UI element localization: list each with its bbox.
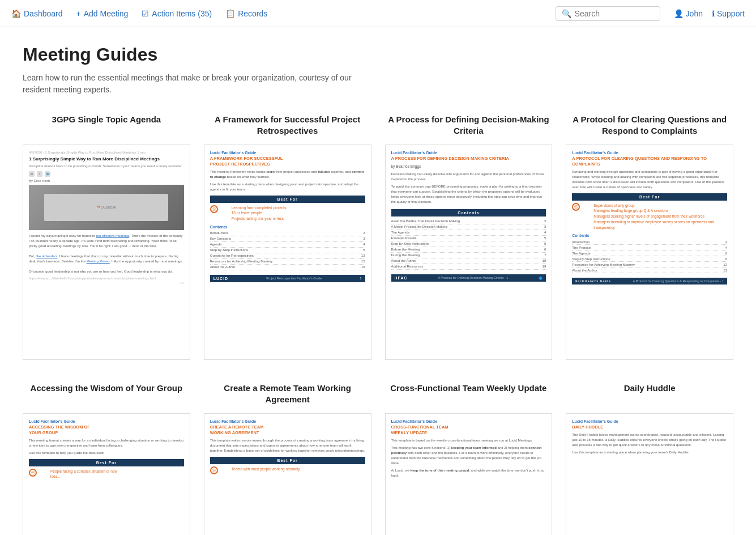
guide-title-daily-huddle: Daily Huddle bbox=[566, 383, 733, 407]
nav-dashboard[interactable]: 🏠 Dashboard bbox=[11, 9, 63, 18]
main-content: Meeting Guides Learn how to run the esse… bbox=[0, 27, 756, 535]
guide-card-decision-making[interactable]: A Process for Defining Decision-Making C… bbox=[385, 114, 553, 360]
guide-thumbnail-wisdom[interactable]: Lucid Facilitator's Guide ACCESSING THE … bbox=[23, 413, 190, 535]
user-icon: 👤 bbox=[674, 9, 684, 18]
guide-thumbnail-remote[interactable]: Lucid Facilitator's Guide CREATE A REMOT… bbox=[204, 413, 371, 535]
guide-card-retrospectives[interactable]: A Framework for Successful Project Retro… bbox=[204, 114, 371, 360]
guides-grid-row1: 3GPG Single Topic Agenda 4/4/2020 · 1 Su… bbox=[23, 114, 733, 360]
guide-card-remote[interactable]: Create a Remote Team Working Agreement L… bbox=[204, 383, 371, 535]
search-icon: 🔍 bbox=[562, 9, 571, 18]
checkbox-icon: ☑ bbox=[142, 9, 149, 18]
guide-card-protocol[interactable]: A Protocol for Clearing Questions and Re… bbox=[566, 114, 733, 360]
guide-thumbnail-protocol[interactable]: Lucid Facilitator's Guide A PROTOCOL FOR… bbox=[566, 145, 733, 360]
page-description: Learn how to run the essential meetings … bbox=[23, 72, 374, 96]
search-input[interactable] bbox=[575, 9, 654, 18]
page-title: Meeting Guides bbox=[23, 44, 733, 65]
guide-title-wisdom: Accessing the Wisdom of Your Group bbox=[23, 383, 190, 407]
nav-records[interactable]: 📋 Records bbox=[225, 9, 267, 18]
guide-card-cross-functional[interactable]: Cross-Functional Team Weekly Update Luci… bbox=[385, 383, 553, 535]
guide-title-3gpg: 3GPG Single Topic Agenda bbox=[23, 114, 190, 139]
guide-card-wisdom[interactable]: Accessing the Wisdom of Your Group Lucid… bbox=[23, 383, 190, 535]
guide-title-remote: Create a Remote Team Working Agreement bbox=[204, 383, 371, 407]
info-icon: ℹ bbox=[712, 9, 715, 18]
user-menu[interactable]: 👤 John bbox=[674, 9, 703, 18]
guide-card-3gpg[interactable]: 3GPG Single Topic Agenda 4/4/2020 · 1 Su… bbox=[23, 114, 190, 360]
guide-thumbnail-3gpg[interactable]: 4/4/2020 · 1 Surprisingly Simple Way to … bbox=[23, 145, 190, 360]
guide-thumbnail-daily-huddle[interactable]: Lucid Facilitator's Guide DAILY HUDDLE T… bbox=[566, 413, 733, 535]
home-icon: 🏠 bbox=[11, 9, 21, 18]
nav-add-meeting[interactable]: + Add Meeting bbox=[76, 9, 129, 18]
support-link[interactable]: ℹ Support bbox=[712, 9, 745, 18]
nav-action-items[interactable]: ☑ Action Items (35) bbox=[142, 9, 212, 18]
guides-grid-row2: Accessing the Wisdom of Your Group Lucid… bbox=[23, 383, 733, 535]
guide-thumbnail-retrospectives[interactable]: Lucid Facilitator's Guide A FRAMEWORK FO… bbox=[204, 145, 371, 360]
guide-title-cross-functional: Cross-Functional Team Weekly Update bbox=[385, 383, 553, 407]
guide-title-decision-making: A Process for Defining Decision-Making C… bbox=[385, 114, 553, 139]
records-icon: 📋 bbox=[225, 9, 235, 18]
guide-card-daily-huddle[interactable]: Daily Huddle Lucid Facilitator's Guide D… bbox=[566, 383, 733, 535]
guide-title-protocol: A Protocol for Clearing Questions and Re… bbox=[566, 114, 733, 139]
guide-thumbnail-cross-functional[interactable]: Lucid Facilitator's Guide CROSS-FUNCTION… bbox=[385, 413, 553, 535]
search-box[interactable]: 🔍 bbox=[556, 6, 660, 21]
plus-icon: + bbox=[76, 9, 81, 18]
guide-thumbnail-decision-making[interactable]: Lucid Facilitator's Guide A PROCESS FOR … bbox=[385, 145, 553, 360]
navigation: 🏠 Dashboard + Add Meeting ☑ Action Items… bbox=[0, 0, 756, 27]
guide-title-retrospectives: A Framework for Successful Project Retro… bbox=[204, 114, 371, 139]
